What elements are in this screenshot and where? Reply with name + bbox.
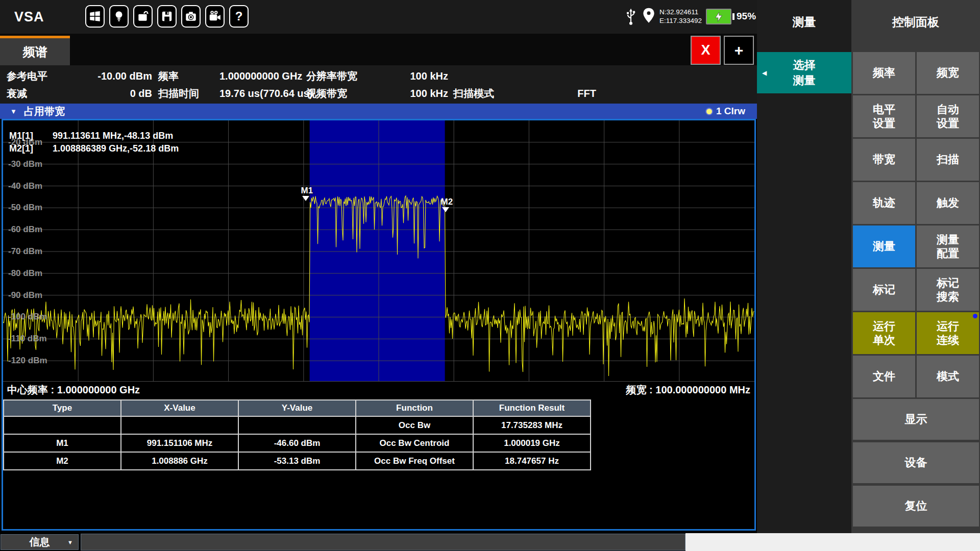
cell: Occ Bw [356,416,473,434]
message-strip [81,534,685,550]
ctrl-button-file[interactable]: 文件 [853,356,915,397]
col-type: Type [4,400,121,416]
collapse-icon[interactable]: ▼ [10,108,17,115]
spectrum-display: -20 dBm -30 dBm -40 dBm -50 dBm -60 dBm … [2,119,756,531]
battery-percent: 95% [737,11,756,22]
y-axis-tick: -70 dBm [8,246,42,257]
cell [121,416,238,434]
ctrl-button-device[interactable]: 设备 [853,442,979,483]
span-value[interactable]: 频宽 : 100.000000000 MHz [626,383,750,397]
toolbar-button-windows[interactable] [85,5,105,28]
cell: M1 [4,434,121,452]
ctrl-button-mode[interactable]: 模式 [917,356,979,397]
marker-table: Type X-Value Y-Value Function Function R… [3,399,591,470]
save-icon [160,10,174,23]
ctrl-button-run-continuous[interactable]: 运行 连续 [917,312,979,354]
toolbar: ? [85,5,249,28]
ctrl-button-marker-search[interactable]: 标记 搜索 [917,269,979,311]
sweep-mode-value[interactable]: FFT [509,88,596,99]
ctrl-button-sweep[interactable]: 扫描 [917,139,979,181]
cell [238,416,356,434]
active-state-dot [973,314,977,318]
ctrl-button-bandwidth[interactable]: 带宽 [853,139,915,181]
col-y-value: Y-Value [238,400,356,416]
toolbar-button-help[interactable]: ? [229,5,249,28]
attenuation-value[interactable]: 0 dB [83,88,152,99]
app-logo: VSA [14,0,44,34]
ctrl-button-trace[interactable]: 轨迹 [853,182,915,224]
bulb-icon [112,10,126,23]
rbw-value[interactable]: 100 kHz [375,70,448,82]
frequency-value[interactable]: 1.000000000 GHz [219,70,293,82]
ctrl-button-meas-setup[interactable]: 测量 配置 [917,226,979,267]
select-measurement-button[interactable]: ◀ 选择 测量 [757,52,851,93]
settings-readout: 参考电平 -10.00 dBm 频率 1.000000000 GHz 分辨率带宽… [0,65,757,104]
trace-indicator[interactable]: 1 Clrw [706,106,745,117]
battery-indicator [706,9,731,24]
table-row: M1 991.151106 MHz -46.60 dBm Occ Bw Cent… [4,434,591,452]
cell: M2 [4,452,121,470]
ctrl-button-auto-setup[interactable]: 自动 设置 [917,95,979,137]
ctrl-button-marker[interactable]: 标记 [853,269,915,311]
ctrl-button-reset[interactable]: 复位 [853,486,979,527]
chevron-down-icon: ▼ [67,539,73,545]
col-function-result: Function Result [473,400,591,416]
marker-m1-icon [302,196,309,201]
trace-dot-icon [706,109,712,114]
info-dropdown[interactable]: 信息 ▼ [1,534,79,550]
close-tab-button[interactable]: X [691,36,721,65]
toolbar-button-open[interactable] [133,5,153,28]
sweep-time-value[interactable]: 19.76 us(770.64 us) [219,88,293,99]
gps-longitude: E:117.333492 [659,16,702,25]
toolbar-button-record[interactable] [205,5,225,28]
battery-cap [732,13,734,20]
run-continuous-label: 运行 连续 [937,319,959,347]
marker-m2-label: M2 [441,197,472,207]
y-axis-tick: -110 dBm [8,334,47,344]
toolbar-button-backlight[interactable] [109,5,129,28]
marker2-readout: M2[1] 1.008886389 GHz,-52.18 dBm [9,143,179,154]
toolbar-button-screenshot[interactable] [181,5,201,28]
control-panel: 控制面板 频率 频宽 电平 设置 自动 设置 带宽 扫描 轨迹 触发 测量 测量… [851,0,980,533]
marker1-id: M1[1] [9,131,53,141]
settings-row-1: 参考电平 -10.00 dBm 频率 1.000000000 GHz 分辨率带宽… [0,67,757,85]
y-axis-tick: -30 dBm [8,159,42,169]
bottom-right-strip [685,533,980,551]
vbw-label: 视频带宽 [306,87,375,101]
cell: 1.008886 GHz [121,452,238,470]
spectrum-plot[interactable]: -20 dBm -30 dBm -40 dBm -50 dBm -60 dBm … [3,120,754,382]
ref-level-value[interactable]: -10.00 dBm [83,70,152,82]
ctrl-button-display[interactable]: 显示 [853,399,979,440]
vbw-value[interactable]: 100 kHz [375,88,448,99]
ctrl-button-level-setup[interactable]: 电平 设置 [853,95,915,137]
ctrl-button-run-single[interactable]: 运行 单次 [853,312,915,354]
center-frequency-value[interactable]: 中心频率 : 1.000000000 GHz [7,383,140,397]
toolbar-button-save[interactable] [157,5,177,28]
sweep-time-label: 扫描时间 [158,87,219,101]
control-panel-title: 控制面板 [851,14,980,30]
spectrum-canvas [3,120,754,381]
tab-spectrum[interactable]: 频谱 [0,36,70,65]
marker-m2[interactable]: M2 [441,197,472,212]
gps-coordinates: N:32.924611 E:117.333492 [659,8,702,25]
col-x-value: X-Value [121,400,238,416]
select-measurement-label: 选择 测量 [793,58,816,88]
ctrl-button-measure[interactable]: 测量 [853,226,915,267]
ref-level-label: 参考电平 [7,69,83,83]
marker-m1-label: M1 [301,186,332,196]
add-tab-button[interactable]: + [724,36,754,65]
cell: 18.747657 Hz [473,452,591,470]
ctrl-button-trigger[interactable]: 触发 [917,182,979,224]
ctrl-button-frequency[interactable]: 频率 [853,52,915,94]
gps-latitude: N:32.924611 [659,8,702,16]
ctrl-button-span[interactable]: 频宽 [917,52,979,94]
help-icon: ? [235,9,243,23]
windows-icon [88,10,102,23]
y-axis-tick: -100 dBm [8,312,47,322]
measurement-panel-title: 测量 [757,14,851,30]
frequency-label: 频率 [158,69,219,83]
sweep-mode-label: 扫描模式 [453,87,509,101]
y-axis-tick: -60 dBm [8,224,42,235]
attenuation-label: 衰减 [7,87,83,101]
marker-m1[interactable]: M1 [301,186,332,201]
